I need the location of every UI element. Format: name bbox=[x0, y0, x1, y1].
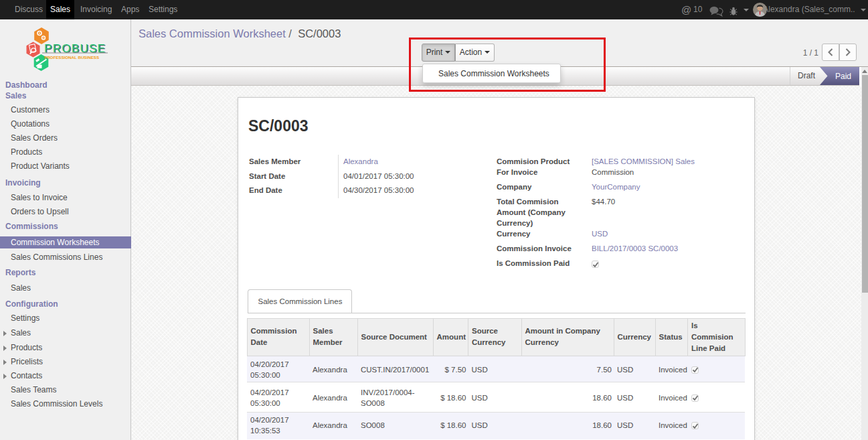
svg-text:PROFESSIONAL BUSINESS: PROFESSIONAL BUSINESS bbox=[44, 55, 99, 60]
svg-text:Paid: Paid bbox=[835, 72, 851, 81]
